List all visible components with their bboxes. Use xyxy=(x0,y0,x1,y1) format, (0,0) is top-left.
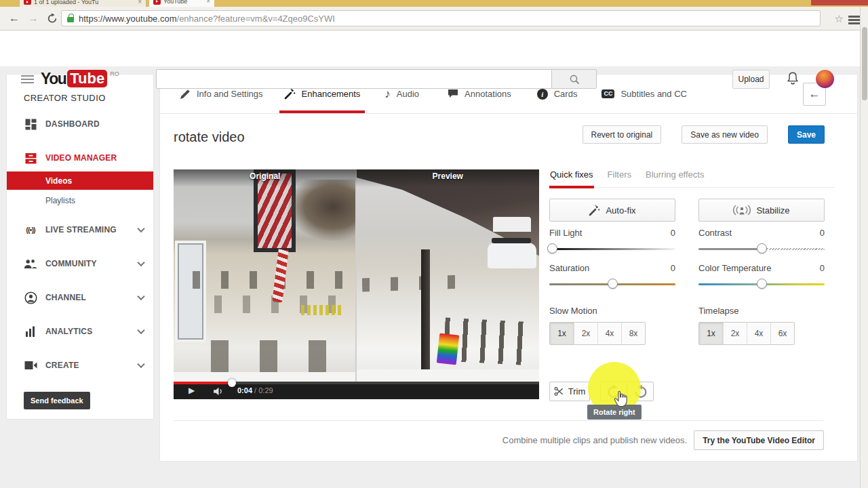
play-button[interactable]: ▶ xyxy=(189,386,195,395)
address-bar[interactable]: https://www.youtube.com/enhance?feature=… xyxy=(61,10,821,26)
timelapse-4x[interactable]: 4x xyxy=(747,323,770,344)
saturation-slider[interactable] xyxy=(549,283,675,285)
search-button[interactable] xyxy=(551,69,597,89)
original-pane xyxy=(174,169,355,382)
slow-motion-4x[interactable]: 4x xyxy=(597,323,621,344)
timelapse-group: 1x 2x 4x 6x xyxy=(698,322,795,345)
info-icon: i xyxy=(537,89,548,100)
slow-motion-8x[interactable]: 8x xyxy=(621,323,645,344)
sidebar-item-live-streaming[interactable]: ((•)) LIVE STREAMING xyxy=(7,219,153,241)
sidebar-item-analytics[interactable]: ANALYTICS xyxy=(7,321,153,342)
browser-refresh-button[interactable] xyxy=(43,7,61,30)
saturation-label: Saturation xyxy=(549,263,589,273)
progress-fill xyxy=(174,382,232,384)
slow-motion-label: Slow Motion xyxy=(549,306,597,316)
video-editor-button[interactable]: Try the YouTube Video Editor xyxy=(694,430,824,450)
logo-tube: Tube xyxy=(67,70,107,87)
sidebar-item-channel[interactable]: CHANNEL xyxy=(7,287,153,308)
chrome-menu-icon[interactable] xyxy=(848,16,860,18)
tab-close-icon[interactable]: × xyxy=(206,0,210,5)
volume-button[interactable] xyxy=(213,386,224,399)
sidebar-subitem-videos[interactable]: Videos xyxy=(7,171,153,190)
bookmark-star-icon[interactable]: ☆ xyxy=(835,13,844,25)
button-label: Auto-fix xyxy=(606,205,635,216)
time-separator: / xyxy=(252,386,258,394)
sidebar-item-community[interactable]: COMMUNITY xyxy=(7,253,153,274)
tab-title: 1 of 1 uploaded - YouTu xyxy=(34,0,135,5)
tab-blurring-effects[interactable]: Blurring effects xyxy=(645,169,705,187)
color-temperature-slider[interactable] xyxy=(698,283,825,285)
send-feedback-button[interactable]: Send feedback xyxy=(24,392,90,409)
chevron-down-icon xyxy=(137,225,144,232)
contrast-label: Contrast xyxy=(698,228,732,238)
editor-panel: Info and Settings Enhancements ♪ Audio A… xyxy=(160,75,857,461)
timelapse-6x[interactable]: 6x xyxy=(770,323,794,344)
notifications-bell-icon[interactable] xyxy=(785,70,800,88)
url-host: https://www.youtube.com xyxy=(79,14,177,24)
browser-tab-uploaded[interactable]: 1 of 1 uploaded - YouTu × xyxy=(19,0,146,7)
fill-light-thumb[interactable] xyxy=(547,243,557,253)
sidebar-item-create[interactable]: CREATE xyxy=(7,354,153,376)
original-label: Original xyxy=(174,169,357,187)
sidebar-item-video-manager[interactable]: VIDEO MANAGER xyxy=(7,147,153,169)
scene-branch xyxy=(288,180,355,241)
browser-back-button[interactable]: ← xyxy=(5,7,23,30)
save-as-new-video-button[interactable]: Save as new video xyxy=(682,125,768,144)
current-time: 0:04 xyxy=(237,386,252,394)
contrast-thumb[interactable] xyxy=(757,243,767,253)
page-scrollbar[interactable] xyxy=(860,7,868,488)
auto-fix-button[interactable]: Auto-fix xyxy=(549,199,675,222)
search-input[interactable] xyxy=(156,69,552,89)
tab-label: Cards xyxy=(554,89,578,99)
url-path: /enhance?feature=vm&v=4Zqeo9CsYWI xyxy=(177,14,335,24)
tab-subtitles-and-cc[interactable]: CC Subtitles and CC xyxy=(599,75,689,113)
tab-quick-fixes[interactable]: Quick fixes xyxy=(549,169,594,187)
video-manager-icon xyxy=(24,151,37,165)
scrollbar-thumb[interactable] xyxy=(862,27,867,100)
tab-label: Subtitles and CC xyxy=(620,89,687,99)
tab-close-icon[interactable]: × xyxy=(138,0,142,5)
window-close-button[interactable] xyxy=(811,0,868,5)
scene-pole xyxy=(421,249,430,382)
scissors-icon xyxy=(554,386,564,396)
music-note-icon: ♪ xyxy=(384,87,391,101)
fill-light-slider[interactable] xyxy=(549,248,675,250)
color-temperature-thumb[interactable] xyxy=(757,279,767,289)
chevron-down-icon xyxy=(137,293,144,300)
tab-filters[interactable]: Filters xyxy=(607,169,632,187)
creator-studio-sidebar: CREATOR STUDIO DASHBOARD VIDEO MANAGER V… xyxy=(7,75,153,419)
stabilize-button[interactable]: Stabilize xyxy=(698,199,825,222)
browser-tab-youtube[interactable]: YouTube × xyxy=(149,0,214,7)
scene-ground xyxy=(357,369,539,382)
scene-rainbow-flag xyxy=(437,333,459,365)
saturation-thumb[interactable] xyxy=(608,279,618,289)
progress-bar[interactable] xyxy=(174,382,539,384)
save-button[interactable]: Save xyxy=(788,125,825,144)
browser-forward-button[interactable]: → xyxy=(24,7,42,30)
user-avatar[interactable] xyxy=(816,70,834,88)
timelapse-label: Timelapse xyxy=(698,306,738,316)
upload-button[interactable]: Upload xyxy=(732,70,770,89)
title-actions: Revert to original Save as new video Sav… xyxy=(583,125,825,144)
youtube-logo[interactable]: You Tube RO xyxy=(41,70,119,87)
editor-footer: Combine multiple clips and publish new v… xyxy=(174,420,824,460)
guide-hamburger-icon[interactable] xyxy=(21,75,34,77)
tab-label: Info and Settings xyxy=(197,89,263,99)
browser-tab-strip: 1 of 1 uploaded - YouTu × YouTube × xyxy=(0,0,868,7)
sidebar-item-dashboard[interactable]: DASHBOARD xyxy=(7,113,153,135)
slow-motion-1x[interactable]: 1x xyxy=(550,323,574,344)
preview-label: Preview xyxy=(357,169,540,187)
sidebar-subitem-playlists[interactable]: Playlists xyxy=(7,192,153,209)
scrubber-handle[interactable] xyxy=(228,379,236,387)
revert-to-original-button[interactable]: Revert to original xyxy=(583,125,662,144)
scene-window-row xyxy=(193,271,349,289)
timelapse-1x[interactable]: 1x xyxy=(699,323,723,344)
timelapse-2x[interactable]: 2x xyxy=(723,323,747,344)
slow-motion-2x[interactable]: 2x xyxy=(574,323,597,344)
contrast-slider[interactable] xyxy=(698,248,825,250)
sidebar-item-label: ANALYTICS xyxy=(45,327,92,336)
trim-button[interactable]: Trim xyxy=(549,382,590,401)
magic-wand-icon xyxy=(589,205,600,216)
scene-doors xyxy=(211,340,333,373)
browser-toolbar: ← → https://www.youtube.com/enhance?feat… xyxy=(0,7,868,30)
